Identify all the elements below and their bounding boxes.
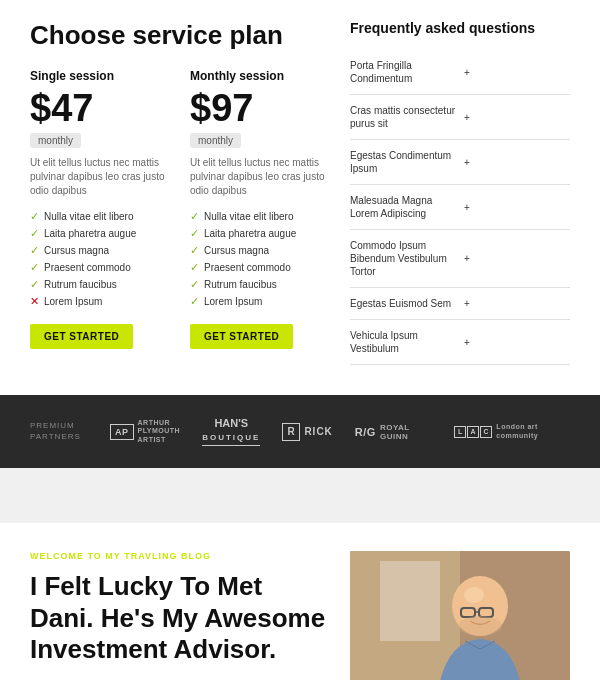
lac-cell-a: A — [467, 426, 479, 438]
faq-item[interactable]: Malesuada Magna Lorem Adipiscing + — [350, 185, 570, 230]
page-title: Choose service plan — [30, 20, 330, 51]
svg-point-4 — [464, 587, 484, 603]
plan-desc-monthly: Ut elit tellus luctus nec mattis pulvina… — [190, 156, 330, 198]
plan-badge-monthly: monthly — [190, 133, 241, 148]
blog-welcome-label: WELCOME TO MY TRAVLING BLOG — [30, 551, 330, 561]
plan-features-single: ✓ Nulla vitae elit libero ✓ Laita pharet… — [30, 208, 170, 310]
lac-cell-l: L — [454, 426, 466, 438]
partner-lac-label: London art community — [496, 423, 570, 440]
get-started-button-monthly[interactable]: GET STARTED — [190, 324, 293, 349]
list-item: ✕ Lorem Ipsum — [30, 293, 170, 310]
partner-ap-label: ARTHURPLYMOUTHARTIST — [138, 419, 181, 444]
service-plan-section: Choose service plan Single session $47 m… — [0, 0, 600, 395]
check-icon: ✓ — [30, 278, 39, 291]
partner-ap: AP ARTHURPLYMOUTHARTIST — [110, 419, 180, 444]
faq-item[interactable]: Porta Fringilla Condimentum + — [350, 50, 570, 95]
check-icon: ✓ — [190, 278, 199, 291]
check-icon: ✓ — [30, 261, 39, 274]
expand-icon: + — [464, 297, 570, 310]
expand-icon: + — [464, 66, 570, 79]
list-item: ✓ Rutrum faucibus — [190, 276, 330, 293]
faq-item[interactable]: Egestas Euismod Sem + — [350, 288, 570, 320]
partner-hans-label: HAN'SBOUTIQUE — [202, 417, 260, 446]
plan-left-column: Choose service plan Single session $47 m… — [30, 20, 330, 365]
partners-list: AP ARTHURPLYMOUTHARTIST HAN'SBOUTIQUE R … — [110, 417, 570, 446]
expand-icon: + — [464, 201, 570, 214]
get-started-button-single[interactable]: GET STARTED — [30, 324, 133, 349]
expand-icon: + — [464, 156, 570, 169]
plan-price-monthly: $97 — [190, 89, 330, 127]
r-bracket-icon: R — [282, 423, 300, 441]
partner-rick-label: RICK — [304, 426, 332, 437]
list-item: ✓ Rutrum faucibus — [30, 276, 170, 293]
list-item: ✓ Laita pharetra augue — [190, 225, 330, 242]
list-item: ✓ Cursus magna — [190, 242, 330, 259]
partner-rick: R RICK — [282, 423, 332, 441]
svg-rect-2 — [380, 561, 440, 641]
list-item: ✓ Praesent commodo — [190, 259, 330, 276]
faq-item[interactable]: Vehicula Ipsum Vestibulum + — [350, 320, 570, 365]
faq-item[interactable]: Cras mattis consectetur purus sit + — [350, 95, 570, 140]
plan-card-single: Single session $47 monthly Ut elit tellu… — [30, 69, 170, 349]
list-item: ✓ Laita pharetra augue — [30, 225, 170, 242]
list-item: ✓ Nulla vitae elit libero — [190, 208, 330, 225]
check-icon: ✓ — [30, 210, 39, 223]
check-icon: ✓ — [30, 227, 39, 240]
blog-section: WELCOME TO MY TRAVLING BLOG I Felt Lucky… — [0, 523, 600, 680]
partner-royal-guinn-label: ROYAL GUINN — [380, 423, 432, 441]
list-item: ✓ Nulla vitae elit libero — [30, 208, 170, 225]
blog-title: I Felt Lucky To Met Dani. He's My Awesom… — [30, 571, 330, 665]
list-item: ✓ Praesent commodo — [30, 259, 170, 276]
plan-card-monthly: Monthly session $97 monthly Ut elit tell… — [190, 69, 330, 349]
faq-question: Commodo Ipsum Bibendum Vestibulum Tortor — [350, 239, 456, 278]
gray-spacer — [0, 468, 600, 523]
partner-royal-guinn: R/G ROYAL GUINN — [355, 423, 433, 441]
list-item: ✓ Cursus magna — [30, 242, 170, 259]
expand-icon: + — [464, 111, 570, 124]
rg-icon: R/G — [355, 426, 376, 438]
faq-title: Frequently asked questions — [350, 20, 570, 36]
lac-icon: L A C — [454, 426, 492, 438]
plan-price-single: $47 — [30, 89, 170, 127]
plan-name-single: Single session — [30, 69, 170, 83]
plans-row: Single session $47 monthly Ut elit tellu… — [30, 69, 330, 349]
blog-person-image — [350, 551, 570, 680]
faq-question: Vehicula Ipsum Vestibulum — [350, 329, 456, 355]
lac-cell-c: C — [480, 426, 492, 438]
partner-lac: L A C London art community — [454, 423, 570, 440]
partner-hans: HAN'SBOUTIQUE — [202, 417, 260, 446]
faq-section: Frequently asked questions Porta Fringil… — [350, 20, 570, 365]
partners-label: PREMIUMPARTNERS — [30, 421, 110, 442]
expand-icon: + — [464, 336, 570, 349]
check-icon: ✓ — [190, 295, 199, 308]
ap-box-icon: AP — [110, 424, 134, 440]
plan-name-monthly: Monthly session — [190, 69, 330, 83]
blog-image — [350, 551, 570, 680]
svg-point-8 — [458, 616, 502, 636]
partners-section: PREMIUMPARTNERS AP ARTHURPLYMOUTHARTIST … — [0, 395, 600, 468]
faq-question: Egestas Condimentum Ipsum — [350, 149, 456, 175]
cross-icon: ✕ — [30, 295, 39, 308]
check-icon: ✓ — [190, 227, 199, 240]
blog-text-column: WELCOME TO MY TRAVLING BLOG I Felt Lucky… — [30, 551, 330, 680]
faq-question: Porta Fringilla Condimentum — [350, 59, 456, 85]
faq-item[interactable]: Commodo Ipsum Bibendum Vestibulum Tortor… — [350, 230, 570, 288]
expand-icon: + — [464, 252, 570, 265]
faq-question: Egestas Euismod Sem — [350, 297, 456, 310]
plan-desc-single: Ut elit tellus luctus nec mattis pulvina… — [30, 156, 170, 198]
plan-badge-single: monthly — [30, 133, 81, 148]
faq-question: Cras mattis consectetur purus sit — [350, 104, 456, 130]
faq-item[interactable]: Egestas Condimentum Ipsum + — [350, 140, 570, 185]
check-icon: ✓ — [190, 210, 199, 223]
check-icon: ✓ — [30, 244, 39, 257]
faq-question: Malesuada Magna Lorem Adipiscing — [350, 194, 456, 220]
plan-features-monthly: ✓ Nulla vitae elit libero ✓ Laita pharet… — [190, 208, 330, 310]
list-item: ✓ Lorem Ipsum — [190, 293, 330, 310]
check-icon: ✓ — [190, 261, 199, 274]
check-icon: ✓ — [190, 244, 199, 257]
